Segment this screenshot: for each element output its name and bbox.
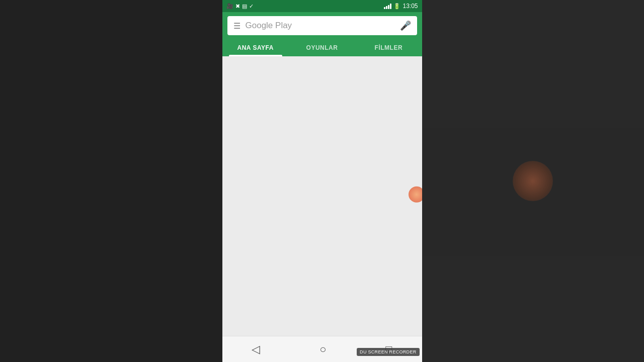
tab-filmler[interactable]: FİLMLER xyxy=(355,39,422,56)
message-icon: ▤ xyxy=(242,3,247,10)
floating-record-button[interactable] xyxy=(409,187,422,203)
bottom-navigation: ◁ ○ □ DU SCREEN RECORDER xyxy=(222,336,422,362)
signal-strength xyxy=(384,3,391,9)
right-dark-overlay xyxy=(422,0,645,362)
right-glow-circle xyxy=(513,161,553,201)
home-button[interactable]: ○ xyxy=(319,343,326,356)
status-left-icons: 🎥 ✖ ▤ ✓ xyxy=(226,3,254,10)
status-right-icons: 🔋 13:05 xyxy=(384,3,418,10)
phone-icon: ✖ xyxy=(235,3,240,10)
du-recorder-badge: DU SCREEN RECORDER xyxy=(357,348,419,356)
search-input-wrapper[interactable]: ☰ Google Play 🎤 xyxy=(227,16,417,35)
video-camera-icon: 🎥 xyxy=(226,3,233,10)
check-icon: ✓ xyxy=(249,3,254,10)
right-glow-area xyxy=(422,0,645,362)
status-bar: 🎥 ✖ ▤ ✓ 🔋 13:05 xyxy=(222,0,422,12)
microphone-icon[interactable]: 🎤 xyxy=(400,20,411,31)
main-content xyxy=(222,56,422,336)
search-bar: ☰ Google Play 🎤 xyxy=(222,12,422,39)
signal-bar-2 xyxy=(386,6,387,9)
clock-time: 13:05 xyxy=(403,3,418,10)
battery-icon: 🔋 xyxy=(393,3,400,10)
hamburger-icon[interactable]: ☰ xyxy=(233,21,240,31)
signal-bar-4 xyxy=(390,4,391,9)
left-dark-overlay xyxy=(0,0,222,362)
signal-bar-3 xyxy=(388,5,389,9)
tab-ana-sayfa[interactable]: ANA SAYFA xyxy=(222,39,289,56)
signal-bar-1 xyxy=(384,7,385,9)
tab-oyunlar[interactable]: OYUNLAR xyxy=(289,39,355,56)
tab-bar: ANA SAYFA OYUNLAR FİLMLER xyxy=(222,39,422,56)
search-placeholder[interactable]: Google Play xyxy=(246,21,395,31)
phone-screen: 🎥 ✖ ▤ ✓ 🔋 13:05 ☰ Google Play 🎤 ANA SAYF… xyxy=(222,0,422,362)
back-button[interactable]: ◁ xyxy=(252,343,260,356)
